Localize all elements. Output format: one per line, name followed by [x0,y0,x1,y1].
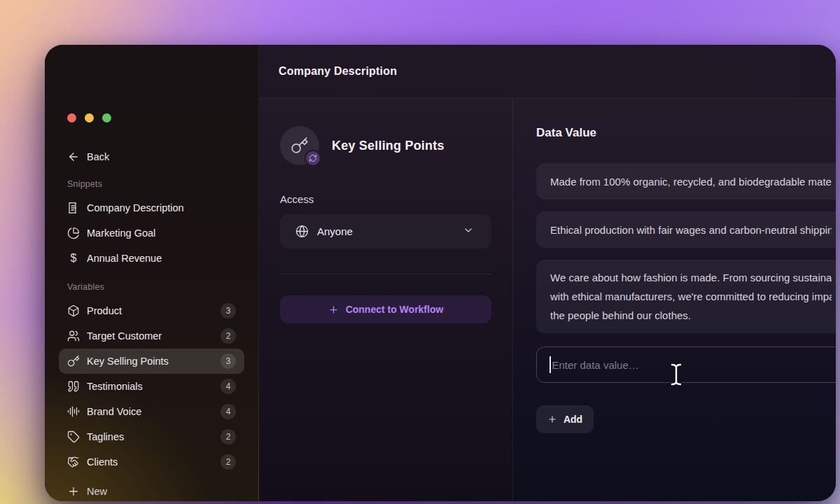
back-button[interactable]: Back [59,147,244,166]
sidebar-item-label: Target Customer [87,330,162,342]
sidebar-item-testimonials[interactable]: Testimonials 4 [59,374,244,399]
sidebar-item-brand-voice[interactable]: Brand Voice 4 [59,399,244,424]
window-controls [67,113,244,122]
chevron-down-icon [463,225,476,238]
arrow-left-icon [67,150,80,163]
count-badge: 2 [220,429,236,444]
page-title: Company Description [279,65,397,78]
dollar-icon: $ [67,252,80,265]
sidebar-item-label: Product [87,305,122,316]
data-value-heading: Data Value [536,126,836,140]
count-badge: 4 [220,404,236,419]
app-window: Back Snippets Company Description Market… [45,45,836,501]
text-caret [550,356,551,373]
quote-icon [67,380,80,393]
sidebar: Back Snippets Company Description Market… [45,45,259,501]
sidebar-item-label: Clients [87,456,118,468]
sidebar-item-taglines[interactable]: Taglines 2 [59,424,244,449]
access-label: Access [280,193,491,205]
data-value-card[interactable]: Ethical production with fair wages and c… [536,211,836,248]
new-label: New [87,486,107,497]
chart-pie-icon [67,227,80,239]
connect-label: Connect to Workflow [346,304,444,315]
sync-badge [304,150,321,167]
count-badge: 2 [220,454,236,470]
section-label-variables: Variables [67,282,244,292]
snippet-title: Key Selling Points [332,139,444,153]
receipt-icon [67,202,80,214]
sidebar-item-label: Annual Revenue [87,253,162,264]
sidebar-item-label: Taglines [87,431,124,442]
back-label: Back [87,151,109,162]
connect-to-workflow-button[interactable]: Connect to Workflow [280,295,491,323]
add-data-value-button[interactable]: Add [536,405,594,433]
key-icon [67,355,80,368]
data-value-input[interactable]: Enter data value… [536,346,836,383]
access-value: Anyone [317,225,353,237]
sidebar-item-target-customer[interactable]: Target Customer 2 [59,323,244,349]
sidebar-item-company-description[interactable]: Company Description [59,195,244,220]
handshake-icon [67,456,80,468]
tag-icon [67,430,80,443]
snippet-avatar [280,126,319,165]
sidebar-item-label: Testimonials [87,381,143,392]
plus-icon [67,485,80,498]
box-icon [67,304,80,317]
new-variable-button[interactable]: New [59,481,244,501]
sidebar-item-marketing-goal[interactable]: Marketing Goal [59,220,244,246]
count-badge: 3 [220,354,236,369]
sidebar-item-label: Key Selling Points [87,356,169,367]
plus-icon [547,414,557,424]
sidebar-item-annual-revenue[interactable]: $ Annual Revenue [59,246,244,271]
waveform-icon [67,405,80,418]
globe-icon [295,225,309,238]
variables-list: Product 3 Target Customer 2 Key Selling … [59,298,244,475]
data-value-card[interactable]: Made from 100% organic, recycled, and bi… [536,163,836,200]
count-badge: 2 [220,328,236,344]
header-bar: Company Description [259,45,836,99]
snippets-list: Company Description Marketing Goal $ Ann… [59,195,244,271]
add-label: Add [564,414,582,425]
zoom-window-button[interactable] [102,113,111,122]
count-badge: 3 [220,303,236,318]
sidebar-item-clients[interactable]: Clients 2 [59,449,244,475]
count-badge: 4 [220,379,236,394]
sidebar-item-label: Marketing Goal [87,227,155,239]
data-value-card[interactable]: We care about how fashion is made. From … [536,260,836,333]
minimize-window-button[interactable] [85,113,94,122]
users-icon [67,330,80,342]
divider [280,274,491,274]
sidebar-item-product[interactable]: Product 3 [59,298,244,323]
access-dropdown[interactable]: Anyone [280,214,491,248]
plus-icon [328,304,339,315]
sidebar-item-label: Company Description [87,202,184,214]
refresh-icon [309,154,317,162]
data-value-panel: Data Value Made from 100% organic, recyc… [513,99,836,501]
snippet-detail-panel: Key Selling Points Access Anyone Connect… [259,99,513,501]
sidebar-item-key-selling-points[interactable]: Key Selling Points 3 [59,349,244,374]
close-window-button[interactable] [67,113,76,122]
sidebar-item-label: Brand Voice [87,406,141,417]
section-label-snippets: Snippets [67,179,244,189]
input-placeholder: Enter data value… [552,359,639,371]
main-area: Company Description Key Selling Points A… [259,45,836,501]
